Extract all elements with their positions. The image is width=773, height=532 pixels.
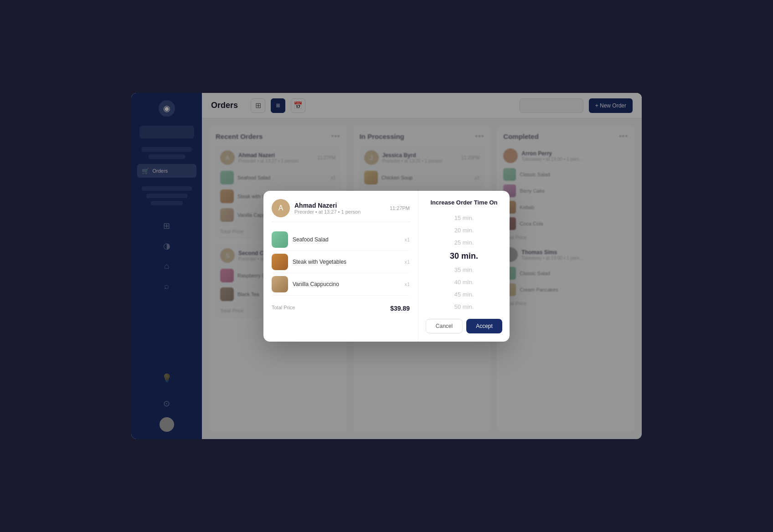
modal-customer-name: Ahmad Nazeri [294,202,361,209]
modal-item-name-2: Steak with Vegetables [293,259,400,265]
increase-time-modal: A Ahmad Nazeri Preorder • at 13:27 • 1 p… [263,191,510,342]
modal-time-selector: Increase Order Time On 15 min. 20 min. 2… [418,191,510,342]
modal-footer: Total Price $39.89 [272,301,410,312]
modal-item-qty-2: x1 [404,259,410,265]
time-option-25[interactable]: 25 min. [426,237,502,248]
modal-title: Increase Order Time On [426,199,502,206]
modal-item-qty-1: x1 [404,237,410,242]
modal-item-row-3: Vanilla Cappuccino x1 [272,273,410,296]
modal-cancel-button[interactable]: Cancel [426,319,463,333]
time-option-45[interactable]: 45 min. [426,289,502,300]
time-option-40[interactable]: 40 min. [426,276,502,288]
modal-item-name-1: Seafood Salad [293,236,400,243]
modal-item-row-2: Steak with Vegetables x1 [272,251,410,273]
time-options-list: 15 min. 20 min. 25 min. 30 min. 35 min. … [426,212,502,312]
modal-order-details: A Ahmad Nazeri Preorder • at 13:27 • 1 p… [263,191,418,342]
modal-food-image-steak [272,254,288,270]
modal-overlay: A Ahmad Nazeri Preorder • at 13:27 • 1 p… [131,93,642,439]
modal-item-qty-3: x1 [404,281,410,287]
modal-customer-info: Ahmad Nazeri Preorder • at 13:27 • 1 per… [294,202,361,215]
time-option-30[interactable]: 30 min. [426,249,502,263]
modal-food-image-seafood [272,231,288,248]
modal-item-name-3: Vanilla Cappuccino [293,281,400,287]
modal-food-image-cappuccino [272,276,288,292]
modal-total-price: $39.89 [390,305,410,312]
app-window: ◉ 🛒 Orders ⊞ ◑ ⌂ ⌕ 💡 ⊙ Orders ⊞ ≡ 📅 [131,93,642,439]
time-option-35[interactable]: 35 min. [426,264,502,276]
time-option-50[interactable]: 50 min. [426,301,502,312]
modal-order-header: A Ahmad Nazeri Preorder • at 13:27 • 1 p… [272,199,410,222]
modal-customer-avatar: A [272,199,290,217]
modal-customer-time: 11:27PM [390,205,410,211]
modal-action-buttons: Cancel Accept [426,319,502,333]
modal-customer-meta: Preorder • at 13:27 • 1 person [294,209,361,215]
modal-total-label: Total Price [272,305,295,312]
time-option-20[interactable]: 20 min. [426,225,502,236]
modal-accept-button[interactable]: Accept [466,319,502,333]
modal-item-row-1: Seafood Salad x1 [272,229,410,251]
time-option-15[interactable]: 15 min. [426,212,502,224]
